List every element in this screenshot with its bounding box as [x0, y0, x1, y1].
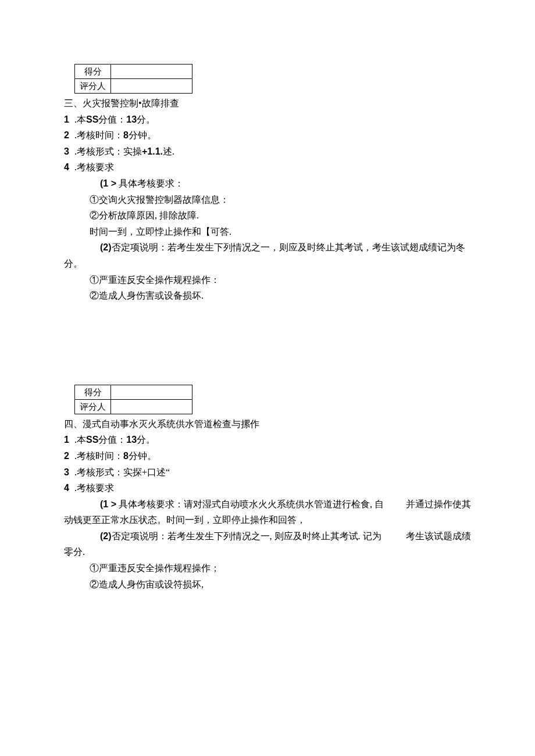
s4-sub1: ①严重违反安全操作规程操作； — [64, 561, 471, 576]
s4-line3: 3 .考核形式：实探+口述“ — [64, 465, 471, 480]
s4-line2: 2 .考核时间：8分钟。 — [64, 449, 471, 464]
score-value-cell — [111, 385, 192, 399]
text-bold: +1.1. — [142, 146, 163, 156]
score-table-s4: 得分 评分人 — [74, 385, 192, 414]
reviewer-label-cell: 评分人 — [75, 399, 111, 414]
text-bold: SS — [86, 114, 98, 124]
text: .本 — [72, 114, 86, 124]
s3-req1: (1 > 具体考核要求： — [64, 176, 471, 191]
text: 述. — [163, 146, 174, 156]
req-num: (2) — [100, 531, 112, 541]
s3-line1: 1 .本SS分值：13分。 — [64, 112, 471, 127]
section-4: 得分 评分人 四、漫式自动事水灭火系统供水管道检查与摞作 1 .本SS分值：13… — [64, 385, 471, 592]
s3-sub1: ①交询火灾报警控制器故障信息： — [64, 192, 471, 207]
text: .考核形式：实探+口述“ — [72, 467, 170, 477]
s3-sub4: ①严重连反安全操作规程操作： — [64, 273, 471, 288]
list-num: 4 — [64, 160, 72, 175]
reviewer-label-cell: 评分人 — [75, 79, 111, 94]
text-bold: 8 — [123, 451, 129, 461]
text: 分钟。 — [129, 130, 156, 140]
text-bold: 13 — [126, 114, 137, 124]
score-label-cell: 得分 — [75, 65, 111, 79]
s4-req2-cont: 零分. — [64, 544, 471, 560]
req-num: (2) — [100, 242, 112, 252]
score-value-cell — [111, 65, 192, 79]
list-num: 3 — [64, 465, 72, 480]
text: 具体考核要求： — [116, 178, 184, 188]
s4-line1: 1 .本SS分值：13分。 — [64, 432, 471, 447]
text: .考核形式：实操 — [72, 146, 142, 156]
list-num: 1 — [64, 112, 72, 127]
score-table-s3: 得分 评分人 — [74, 64, 192, 94]
s3-sub5: ②造成人身伤害或设备损坏. — [64, 288, 471, 303]
text: 否定项说明：若考生发生下列情况之一, 则应及时终止其考试. 记为 — [112, 531, 381, 541]
text: .考核时间： — [72, 451, 123, 461]
s3-req2: (2)否定项说明：若考生发生下列情况之一，则应及时终止其考试，考生该试翅成绩记为… — [64, 240, 471, 255]
text: .考核时间： — [72, 130, 123, 140]
req-num: (1 > — [100, 178, 116, 188]
section-4-title: 四、漫式自动事水灭火系统供水管道检查与摞作 — [64, 417, 471, 432]
s3-sub3: 时间一到，立即悖止操作和【可答. — [64, 224, 471, 239]
list-num: 2 — [64, 449, 72, 464]
score-label-cell: 得分 — [75, 385, 111, 399]
s4-req1-cont: 动钱更至正常水压状态。时间一到，立即停止操作和回答， — [64, 513, 471, 528]
text-bold: 13 — [126, 435, 137, 445]
text: 分值： — [98, 435, 126, 445]
s4-sub2: ②造成人身伤宙或设符损坏, — [64, 577, 471, 592]
s3-req2-cont: 分。 — [64, 256, 471, 271]
reviewer-value-cell — [111, 399, 192, 414]
list-num: 3 — [64, 144, 72, 159]
list-num: 2 — [64, 128, 72, 143]
text: 具体考核要求：请对湿式自动喷水火火系统供水管道进行检食, 自 — [116, 499, 384, 509]
text-right: 并通过操作使其 — [406, 497, 471, 512]
s4-line4: 4 .考核要求 — [64, 481, 471, 496]
text: .考核要求 — [72, 483, 114, 493]
text-bold: 8 — [123, 130, 129, 140]
list-num: 4 — [64, 481, 72, 496]
text: 分。 — [137, 435, 155, 445]
reviewer-value-cell — [111, 79, 192, 94]
s4-req2: (2)否定项说明：若考生发生下列情况之一, 则应及时终止其考试. 记为考生该试题… — [64, 529, 471, 544]
req-num: (1 > — [100, 499, 116, 509]
text: .考核要求 — [72, 162, 114, 172]
s3-line4: 4 .考核要求 — [64, 160, 471, 175]
text: .本 — [72, 435, 86, 445]
text: 否定项说明：若考生发生下列情况之一，则应及时终止其考试，考生该试翅成绩记为冬 — [112, 242, 465, 252]
text-right: 考生该试题成绩 — [406, 529, 471, 544]
text-bold: SS — [86, 435, 98, 445]
s3-sub2: ②分析故障原因, 排除故障. — [64, 208, 471, 223]
section-3: 得分 评分人 三、火灾报警控制•故障排查 1 .本SS分值：13分。 2 .考核… — [64, 64, 471, 303]
section-3-title: 三、火灾报警控制•故障排查 — [64, 96, 471, 111]
list-num: 1 — [64, 432, 72, 447]
s4-req1: (1 > 具体考核要求：请对湿式自动喷水火火系统供水管道进行检食, 自并通过操作… — [64, 497, 471, 512]
text: 分值： — [98, 114, 126, 124]
text: 分。 — [137, 114, 155, 124]
s3-line2: 2 .考核时间：8分钟。 — [64, 128, 471, 143]
s3-line3: 3 .考核形式：实操+1.1.述. — [64, 144, 471, 159]
text: 分钟。 — [129, 451, 156, 461]
